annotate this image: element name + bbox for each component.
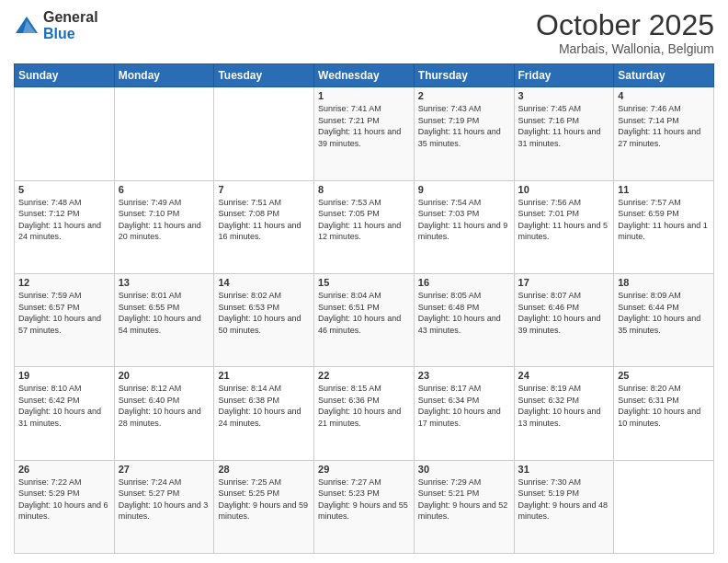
day-info: Sunrise: 8:12 AM Sunset: 6:40 PM Dayligh… <box>119 383 210 429</box>
weekday-header-wednesday: Wednesday <box>314 64 415 87</box>
day-cell: 18Sunrise: 8:09 AM Sunset: 6:44 PM Dayli… <box>614 273 714 366</box>
day-info: Sunrise: 7:48 AM Sunset: 7:12 PM Dayligh… <box>18 197 110 243</box>
day-cell <box>15 87 115 180</box>
day-cell: 16Sunrise: 8:05 AM Sunset: 6:48 PM Dayli… <box>414 273 514 366</box>
location: Marbais, Wallonia, Belgium <box>536 41 714 56</box>
day-number: 14 <box>218 277 310 288</box>
day-cell: 31Sunrise: 7:30 AM Sunset: 5:19 PM Dayli… <box>514 460 614 553</box>
day-number: 27 <box>119 464 210 475</box>
day-info: Sunrise: 8:14 AM Sunset: 6:38 PM Dayligh… <box>218 383 310 429</box>
day-number: 19 <box>18 370 110 381</box>
weekday-header-saturday: Saturday <box>614 64 714 87</box>
day-number: 29 <box>318 464 410 475</box>
day-cell <box>614 460 714 553</box>
day-cell: 19Sunrise: 8:10 AM Sunset: 6:42 PM Dayli… <box>15 367 115 460</box>
day-cell: 5Sunrise: 7:48 AM Sunset: 7:12 PM Daylig… <box>15 180 115 273</box>
day-info: Sunrise: 8:17 AM Sunset: 6:34 PM Dayligh… <box>418 383 510 429</box>
day-info: Sunrise: 7:45 AM Sunset: 7:16 PM Dayligh… <box>518 103 610 149</box>
month-title: October 2025 <box>536 9 714 41</box>
day-info: Sunrise: 7:57 AM Sunset: 6:59 PM Dayligh… <box>618 197 710 243</box>
day-number: 1 <box>318 90 410 101</box>
day-number: 16 <box>418 277 510 288</box>
day-info: Sunrise: 7:43 AM Sunset: 7:19 PM Dayligh… <box>418 103 510 149</box>
day-info: Sunrise: 7:56 AM Sunset: 7:01 PM Dayligh… <box>518 197 610 243</box>
day-number: 8 <box>318 184 410 195</box>
day-number: 24 <box>518 370 610 381</box>
day-number: 6 <box>119 184 210 195</box>
day-number: 18 <box>618 277 710 288</box>
day-number: 26 <box>18 464 110 475</box>
day-number: 7 <box>218 184 310 195</box>
day-cell: 6Sunrise: 7:49 AM Sunset: 7:10 PM Daylig… <box>114 180 214 273</box>
day-cell: 1Sunrise: 7:41 AM Sunset: 7:21 PM Daylig… <box>314 87 415 180</box>
day-number: 21 <box>218 370 310 381</box>
header: General Blue October 2025 Marbais, Wallo… <box>14 9 714 56</box>
day-number: 4 <box>618 90 710 101</box>
day-number: 17 <box>518 277 610 288</box>
day-number: 31 <box>518 464 610 475</box>
day-cell: 20Sunrise: 8:12 AM Sunset: 6:40 PM Dayli… <box>114 367 214 460</box>
logo-icon <box>14 13 40 39</box>
day-cell: 24Sunrise: 8:19 AM Sunset: 6:32 PM Dayli… <box>514 367 614 460</box>
logo-general: General <box>43 9 98 25</box>
day-number: 12 <box>18 277 110 288</box>
day-number: 5 <box>18 184 110 195</box>
day-cell: 25Sunrise: 8:20 AM Sunset: 6:31 PM Dayli… <box>614 367 714 460</box>
day-number: 3 <box>518 90 610 101</box>
week-row-4: 19Sunrise: 8:10 AM Sunset: 6:42 PM Dayli… <box>15 367 714 460</box>
day-cell: 22Sunrise: 8:15 AM Sunset: 6:36 PM Dayli… <box>314 367 415 460</box>
day-cell: 10Sunrise: 7:56 AM Sunset: 7:01 PM Dayli… <box>514 180 614 273</box>
weekday-header-tuesday: Tuesday <box>214 64 314 87</box>
weekday-header-sunday: Sunday <box>15 64 115 87</box>
day-number: 28 <box>218 464 310 475</box>
day-cell: 4Sunrise: 7:46 AM Sunset: 7:14 PM Daylig… <box>614 87 714 180</box>
day-info: Sunrise: 7:54 AM Sunset: 7:03 PM Dayligh… <box>418 197 510 243</box>
day-info: Sunrise: 8:07 AM Sunset: 6:46 PM Dayligh… <box>518 290 610 336</box>
day-cell <box>214 87 314 180</box>
day-info: Sunrise: 8:09 AM Sunset: 6:44 PM Dayligh… <box>618 290 710 336</box>
day-info: Sunrise: 8:01 AM Sunset: 6:55 PM Dayligh… <box>119 290 210 336</box>
day-cell: 7Sunrise: 7:51 AM Sunset: 7:08 PM Daylig… <box>214 180 314 273</box>
day-number: 10 <box>518 184 610 195</box>
day-cell: 30Sunrise: 7:29 AM Sunset: 5:21 PM Dayli… <box>414 460 514 553</box>
day-info: Sunrise: 7:46 AM Sunset: 7:14 PM Dayligh… <box>618 103 710 149</box>
day-cell: 23Sunrise: 8:17 AM Sunset: 6:34 PM Dayli… <box>414 367 514 460</box>
day-info: Sunrise: 7:27 AM Sunset: 5:23 PM Dayligh… <box>318 477 410 523</box>
day-cell: 17Sunrise: 8:07 AM Sunset: 6:46 PM Dayli… <box>514 273 614 366</box>
day-number: 2 <box>418 90 510 101</box>
day-info: Sunrise: 8:05 AM Sunset: 6:48 PM Dayligh… <box>418 290 510 336</box>
day-cell: 28Sunrise: 7:25 AM Sunset: 5:25 PM Dayli… <box>214 460 314 553</box>
day-cell: 26Sunrise: 7:22 AM Sunset: 5:29 PM Dayli… <box>15 460 115 553</box>
day-info: Sunrise: 7:24 AM Sunset: 5:27 PM Dayligh… <box>119 477 210 523</box>
day-info: Sunrise: 8:19 AM Sunset: 6:32 PM Dayligh… <box>518 383 610 429</box>
logo: General Blue <box>14 9 98 41</box>
day-number: 23 <box>418 370 510 381</box>
day-cell: 11Sunrise: 7:57 AM Sunset: 6:59 PM Dayli… <box>614 180 714 273</box>
weekday-header-thursday: Thursday <box>414 64 514 87</box>
day-info: Sunrise: 7:41 AM Sunset: 7:21 PM Dayligh… <box>318 103 410 149</box>
day-cell: 8Sunrise: 7:53 AM Sunset: 7:05 PM Daylig… <box>314 180 415 273</box>
day-number: 20 <box>119 370 210 381</box>
day-info: Sunrise: 7:29 AM Sunset: 5:21 PM Dayligh… <box>418 477 510 523</box>
day-info: Sunrise: 7:22 AM Sunset: 5:29 PM Dayligh… <box>18 477 110 523</box>
day-cell: 3Sunrise: 7:45 AM Sunset: 7:16 PM Daylig… <box>514 87 614 180</box>
day-number: 30 <box>418 464 510 475</box>
day-info: Sunrise: 8:02 AM Sunset: 6:53 PM Dayligh… <box>218 290 310 336</box>
day-info: Sunrise: 7:25 AM Sunset: 5:25 PM Dayligh… <box>218 477 310 523</box>
day-cell: 14Sunrise: 8:02 AM Sunset: 6:53 PM Dayli… <box>214 273 314 366</box>
page-container: General Blue October 2025 Marbais, Wallo… <box>0 0 728 563</box>
day-number: 22 <box>318 370 410 381</box>
day-cell: 27Sunrise: 7:24 AM Sunset: 5:27 PM Dayli… <box>114 460 214 553</box>
week-row-5: 26Sunrise: 7:22 AM Sunset: 5:29 PM Dayli… <box>15 460 714 553</box>
day-cell: 9Sunrise: 7:54 AM Sunset: 7:03 PM Daylig… <box>414 180 514 273</box>
day-info: Sunrise: 7:30 AM Sunset: 5:19 PM Dayligh… <box>518 477 610 523</box>
week-row-2: 5Sunrise: 7:48 AM Sunset: 7:12 PM Daylig… <box>15 180 714 273</box>
day-number: 11 <box>618 184 710 195</box>
week-row-1: 1Sunrise: 7:41 AM Sunset: 7:21 PM Daylig… <box>15 87 714 180</box>
day-info: Sunrise: 7:49 AM Sunset: 7:10 PM Dayligh… <box>119 197 210 243</box>
day-cell: 13Sunrise: 8:01 AM Sunset: 6:55 PM Dayli… <box>114 273 214 366</box>
week-row-3: 12Sunrise: 7:59 AM Sunset: 6:57 PM Dayli… <box>15 273 714 366</box>
logo-text: General Blue <box>43 9 98 41</box>
day-cell: 29Sunrise: 7:27 AM Sunset: 5:23 PM Dayli… <box>314 460 415 553</box>
logo-blue: Blue <box>43 26 75 41</box>
